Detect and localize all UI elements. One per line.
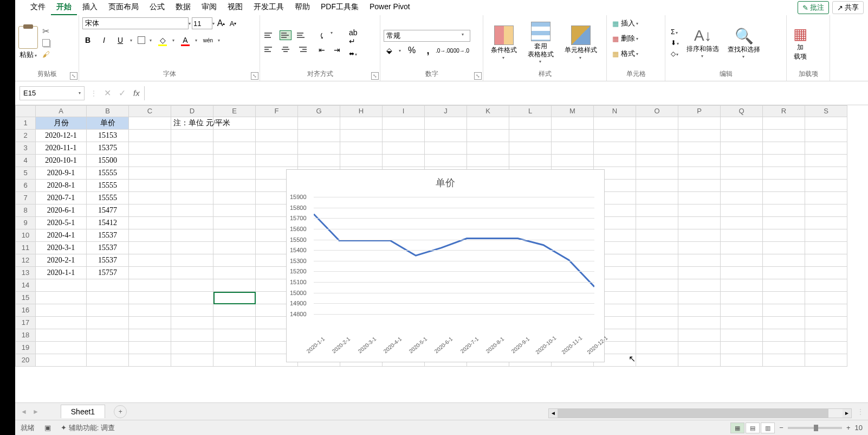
cell-A6[interactable]: 2020-8-1: [36, 180, 87, 192]
comment-button[interactable]: ✎批注: [798, 1, 829, 14]
bold-button[interactable]: B: [82, 35, 93, 46]
indent-decrease-icon[interactable]: ⇤: [316, 44, 327, 55]
cell-Q10[interactable]: [721, 229, 763, 242]
row-header-1[interactable]: 1: [15, 117, 36, 130]
cell-Q14[interactable]: [721, 279, 763, 292]
cell-A18[interactable]: [36, 329, 87, 342]
cell-C13[interactable]: [129, 267, 171, 279]
cell-E9[interactable]: [213, 217, 256, 229]
delete-cell-button[interactable]: ▦删除 ▾: [610, 33, 640, 44]
align-right-icon[interactable]: [296, 44, 308, 54]
cell-C2[interactable]: [129, 130, 171, 142]
cell-R18[interactable]: [763, 329, 805, 342]
cell-R8[interactable]: [763, 204, 805, 217]
cell-R14[interactable]: [763, 279, 805, 292]
cell-O7[interactable]: [636, 192, 678, 204]
cell-R17[interactable]: [763, 317, 805, 329]
cell-B2[interactable]: 15153: [87, 130, 129, 142]
decrease-decimal-icon[interactable]: .00→.0: [455, 45, 466, 56]
cell-R12[interactable]: [763, 254, 805, 267]
cell-E10[interactable]: [213, 229, 256, 242]
cell-Q11[interactable]: [721, 242, 763, 254]
cell-D14[interactable]: [171, 279, 213, 292]
col-header-M[interactable]: M: [552, 105, 594, 117]
font-launcher-icon[interactable]: ⤡: [251, 72, 258, 80]
cell-B12[interactable]: 15537: [87, 254, 129, 267]
cell-A2[interactable]: 2020-12-1: [36, 130, 87, 142]
row-header-9[interactable]: 9: [15, 217, 36, 229]
cell-F1[interactable]: [256, 117, 298, 130]
cell-P18[interactable]: [678, 329, 721, 342]
cell-Q9[interactable]: [721, 217, 763, 229]
cell-P7[interactable]: [678, 192, 721, 204]
cell-C18[interactable]: [129, 329, 171, 342]
cell-P1[interactable]: [678, 117, 721, 130]
cell-I2[interactable]: [383, 130, 425, 142]
cell-S4[interactable]: [805, 155, 847, 167]
cell-D6[interactable]: [171, 180, 213, 192]
cell-C3[interactable]: [129, 142, 171, 155]
clear-button[interactable]: ◇ ▾: [671, 50, 679, 57]
menu-开始[interactable]: 开始: [51, 0, 77, 16]
cell-O5[interactable]: [636, 167, 678, 180]
cell-E15[interactable]: [213, 292, 256, 304]
cancel-icon[interactable]: ✕: [104, 88, 111, 98]
cell-A20[interactable]: [36, 354, 87, 367]
cell-A7[interactable]: 2020-7-1: [36, 192, 87, 204]
share-button[interactable]: ↗共享: [832, 1, 864, 14]
cell-I3[interactable]: [383, 142, 425, 155]
cell-A15[interactable]: [36, 292, 87, 304]
cell-O6[interactable]: [636, 180, 678, 192]
cell-Q6[interactable]: [721, 180, 763, 192]
menu-帮助[interactable]: 帮助: [289, 0, 315, 16]
cell-B14[interactable]: [87, 279, 129, 292]
cell-B3[interactable]: 15375: [87, 142, 129, 155]
cell-O20[interactable]: [636, 354, 678, 367]
cell-P15[interactable]: [678, 292, 721, 304]
align-middle-icon[interactable]: [280, 30, 292, 40]
menu-公式[interactable]: 公式: [144, 0, 170, 16]
col-header-B[interactable]: B: [87, 105, 129, 117]
autosum-button[interactable]: Σ ▾: [671, 28, 679, 36]
percent-icon[interactable]: %: [406, 45, 417, 56]
cell-A5[interactable]: 2020-9-1: [36, 167, 87, 180]
cell-E6[interactable]: [213, 180, 256, 192]
cell-E16[interactable]: [213, 304, 256, 317]
row-header-4[interactable]: 4: [15, 155, 36, 167]
cell-P14[interactable]: [678, 279, 721, 292]
cell-D13[interactable]: [171, 267, 213, 279]
cell-O18[interactable]: [636, 329, 678, 342]
col-header-K[interactable]: K: [467, 105, 509, 117]
cell-E13[interactable]: [213, 267, 256, 279]
currency-icon[interactable]: ⬙: [384, 45, 394, 56]
cell-D15[interactable]: [171, 292, 213, 304]
cell-A3[interactable]: 2020-11-1: [36, 142, 87, 155]
col-header-C[interactable]: C: [129, 105, 171, 117]
cell-F4[interactable]: [256, 155, 298, 167]
number-launcher-icon[interactable]: ⤡: [474, 72, 482, 80]
row-header-11[interactable]: 11: [15, 242, 36, 254]
confirm-icon[interactable]: ✓: [119, 88, 126, 98]
formula-input[interactable]: [144, 86, 868, 100]
row-header-3[interactable]: 3: [15, 142, 36, 155]
cell-S15[interactable]: [805, 292, 847, 304]
cell-Q20[interactable]: [721, 354, 763, 367]
cell-Q4[interactable]: [721, 155, 763, 167]
cell-E12[interactable]: [213, 254, 256, 267]
align-top-icon[interactable]: [263, 30, 275, 40]
increase-decimal-icon[interactable]: .0→.00: [439, 45, 450, 56]
cell-R3[interactable]: [763, 142, 805, 155]
cell-S3[interactable]: [805, 142, 847, 155]
copy-icon[interactable]: [42, 39, 50, 47]
cell-A19[interactable]: [36, 342, 87, 354]
font-name-dropdown-icon[interactable]: ▾: [189, 21, 191, 26]
cell-N4[interactable]: [594, 155, 636, 167]
cell-style-button[interactable]: 单元格样式▾: [560, 23, 601, 62]
col-header-E[interactable]: E: [213, 105, 256, 117]
cell-J2[interactable]: [425, 130, 467, 142]
row-header-15[interactable]: 15: [15, 292, 36, 304]
cell-R9[interactable]: [763, 217, 805, 229]
cell-E4[interactable]: [213, 155, 256, 167]
horizontal-scrollbar[interactable]: ◄►: [548, 408, 852, 418]
cell-J4[interactable]: [425, 155, 467, 167]
